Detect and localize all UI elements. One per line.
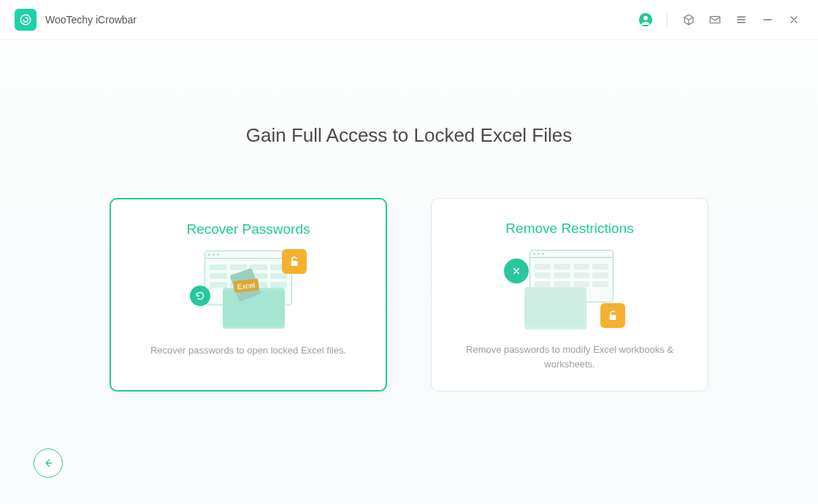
unlock-icon (600, 303, 625, 328)
main-content: Gain Full Access to Locked Excel Files R… (0, 40, 818, 504)
svg-point-2 (643, 16, 648, 20)
card-restrict-title: Remove Restrictions (505, 221, 633, 237)
account-icon[interactable] (636, 10, 655, 29)
titlebar-divider (667, 12, 668, 28)
card-recover-desc: Recover passwords to open locked Excel f… (150, 343, 346, 358)
menu-icon[interactable] (732, 10, 751, 29)
recover-illustration: Excel (183, 251, 314, 327)
refresh-icon (190, 286, 210, 306)
minimize-icon[interactable] (758, 10, 777, 29)
titlebar: WooTechy iCrowbar (0, 0, 818, 40)
page-title: Gain Full Access to Locked Excel Files (0, 40, 818, 147)
card-recover-passwords[interactable]: Recover Passwords Excel (110, 198, 387, 392)
close-icon[interactable] (784, 10, 803, 29)
app-logo (15, 9, 37, 31)
mail-icon[interactable] (706, 10, 725, 29)
card-recover-title: Recover Passwords (187, 221, 310, 237)
arrow-left-icon (42, 457, 55, 470)
restrict-illustration (504, 250, 635, 327)
svg-point-0 (20, 15, 31, 25)
box-icon[interactable] (679, 10, 698, 29)
lock-icon (282, 249, 307, 274)
svg-rect-3 (710, 17, 720, 23)
app-title: WooTechy iCrowbar (45, 14, 137, 26)
card-row: Recover Passwords Excel (0, 198, 818, 392)
card-restrict-desc: Remove passwords to modify Excel workboo… (454, 343, 686, 371)
card-remove-restrictions[interactable]: Remove Restrictions (431, 198, 708, 392)
remove-x-icon (504, 259, 529, 283)
svg-rect-4 (291, 261, 298, 266)
back-button[interactable] (34, 448, 63, 478)
svg-rect-5 (610, 315, 616, 320)
